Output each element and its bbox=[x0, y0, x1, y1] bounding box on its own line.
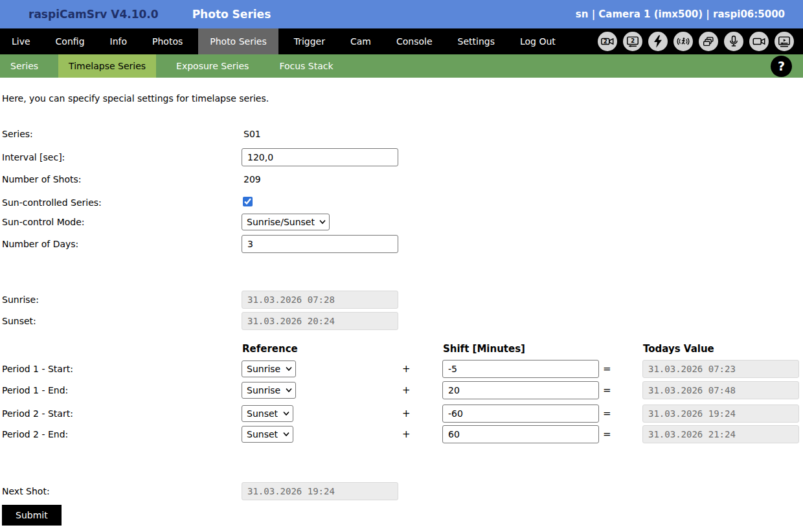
camera-status: sn | Camera 1 (imx500) | raspi06:5000 bbox=[576, 8, 785, 20]
series-label: Series: bbox=[2, 129, 242, 139]
period2-start-label: Period 2 - Start: bbox=[2, 408, 242, 419]
period1-start-todays-field bbox=[642, 360, 799, 378]
submit-button[interactable]: Submit bbox=[2, 505, 62, 526]
status-icon-row: 2 2 bbox=[598, 28, 803, 54]
nav-item-cam[interactable]: Cam bbox=[341, 28, 381, 54]
period2-start-todays-field bbox=[642, 405, 799, 423]
nav-item-live[interactable]: Live bbox=[2, 28, 40, 54]
todays-value-column-header: Todays Value bbox=[642, 343, 801, 355]
shots-label: Number of Shots: bbox=[2, 174, 242, 184]
shots-value: 209 bbox=[242, 174, 398, 184]
days-input[interactable] bbox=[242, 235, 398, 253]
microphone-icon[interactable] bbox=[724, 32, 743, 51]
nav-item-trigger[interactable]: Trigger bbox=[284, 28, 335, 54]
timelapse-settings-form: Here, you can specify special settings f… bbox=[0, 93, 803, 526]
period2-end-reference-select[interactable]: Sunset bbox=[242, 426, 293, 443]
plus-sign: + bbox=[398, 408, 442, 419]
period1-end-todays-field bbox=[642, 381, 799, 399]
photo-stack-icon[interactable] bbox=[699, 32, 718, 51]
equals-sign: = bbox=[599, 408, 642, 419]
sun-controlled-checkbox[interactable] bbox=[243, 197, 253, 206]
equals-sign: = bbox=[599, 428, 642, 440]
video-camera-icon[interactable] bbox=[749, 32, 769, 51]
period2-end-label: Period 2 - End: bbox=[2, 429, 242, 439]
plus-sign: + bbox=[398, 428, 442, 440]
series-value: S01 bbox=[242, 129, 398, 139]
sunrise-label: Sunrise: bbox=[2, 294, 242, 305]
display-2-icon[interactable]: 2 bbox=[623, 32, 642, 51]
period1-start-label: Period 1 - Start: bbox=[2, 364, 242, 374]
plus-sign: + bbox=[398, 384, 442, 396]
interval-label: Interval [sec]: bbox=[2, 152, 242, 162]
sun-mode-label: Sun-control Mode: bbox=[2, 217, 242, 227]
sub-nav: Series Timelapse Series Exposure Series … bbox=[0, 54, 803, 78]
period2-start-reference-select[interactable]: Sunset bbox=[242, 405, 293, 422]
sun-controlled-label: Sun-controlled Series: bbox=[2, 197, 242, 208]
sun-mode-select[interactable]: Sunrise/Sunset bbox=[242, 214, 330, 230]
nav-item-config[interactable]: Config bbox=[46, 28, 95, 54]
subnav-item-focus-stack[interactable]: Focus Stack bbox=[269, 54, 343, 78]
interval-input[interactable] bbox=[242, 148, 398, 166]
reference-column-header: Reference bbox=[242, 343, 398, 355]
nav-item-settings[interactable]: Settings bbox=[448, 28, 504, 54]
intro-text: Here, you can specify special settings f… bbox=[2, 93, 803, 104]
nav-item-info[interactable]: Info bbox=[100, 28, 137, 54]
flash-icon[interactable] bbox=[648, 32, 668, 51]
sunrise-value-field bbox=[242, 291, 398, 309]
next-shot-field bbox=[242, 482, 398, 500]
next-shot-label: Next Shot: bbox=[2, 486, 242, 496]
nav-item-photos[interactable]: Photos bbox=[142, 28, 192, 54]
period2-end-shift-input[interactable] bbox=[442, 425, 599, 443]
subnav-item-timelapse-series[interactable]: Timelapse Series bbox=[58, 54, 156, 78]
main-nav: Live Config Info Photos Photo Series Tri… bbox=[0, 28, 803, 54]
days-label: Number of Days: bbox=[2, 239, 242, 249]
app-title: raspiCamSrv V4.10.0 bbox=[28, 8, 159, 21]
period1-start-shift-input[interactable] bbox=[442, 360, 599, 378]
period1-end-reference-select[interactable]: Sunrise bbox=[242, 382, 296, 399]
page-title: Photo Series bbox=[192, 8, 271, 21]
period1-end-label: Period 1 - End: bbox=[2, 385, 242, 395]
period2-start-shift-input[interactable] bbox=[442, 405, 599, 423]
nav-item-photo-series[interactable]: Photo Series bbox=[198, 28, 278, 54]
sunset-value-field bbox=[242, 312, 398, 330]
sunset-label: Sunset: bbox=[2, 316, 242, 326]
nav-item-console[interactable]: Console bbox=[387, 28, 442, 54]
app-header: raspiCamSrv V4.10.0 Photo Series sn | Ca… bbox=[0, 0, 803, 28]
shift-column-header: Shift [Minutes] bbox=[442, 343, 599, 355]
equals-sign: = bbox=[599, 363, 642, 375]
subnav-item-series[interactable]: Series bbox=[0, 54, 49, 78]
camera-2-icon[interactable]: 2 bbox=[598, 32, 617, 51]
period1-end-shift-input[interactable] bbox=[442, 381, 599, 399]
motion-detection-icon[interactable] bbox=[673, 32, 693, 51]
plus-sign: + bbox=[398, 363, 442, 375]
equals-sign: = bbox=[599, 384, 642, 396]
period1-start-reference-select[interactable]: Sunrise bbox=[242, 360, 296, 377]
help-icon[interactable]: ? bbox=[771, 56, 792, 77]
nav-item-logout[interactable]: Log Out bbox=[510, 28, 565, 54]
media-player-icon[interactable] bbox=[775, 32, 794, 51]
svg-text:2: 2 bbox=[604, 38, 607, 45]
period2-end-todays-field bbox=[642, 425, 799, 443]
subnav-item-exposure-series[interactable]: Exposure Series bbox=[166, 54, 259, 78]
svg-text:2: 2 bbox=[631, 38, 635, 44]
